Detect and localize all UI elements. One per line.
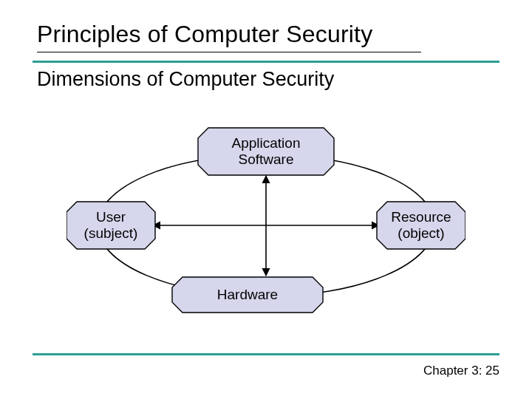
page-subtitle: Dimensions of Computer Security [37,68,334,91]
security-diagram: Application Software User (subject) Reso… [66,122,466,329]
node-hardware [172,277,323,313]
divider-top [33,61,499,63]
slide: Principles of Computer Security Dimensio… [0,0,532,399]
divider-bottom [33,353,499,355]
footer-text: Chapter 3: 25 [423,364,499,378]
node-resource-object [377,202,466,249]
page-title: Principles of Computer Security [37,21,372,48]
node-application-software [198,128,334,175]
title-underline [37,52,421,52]
diagram-svg [66,122,466,329]
node-user-subject [66,202,155,249]
